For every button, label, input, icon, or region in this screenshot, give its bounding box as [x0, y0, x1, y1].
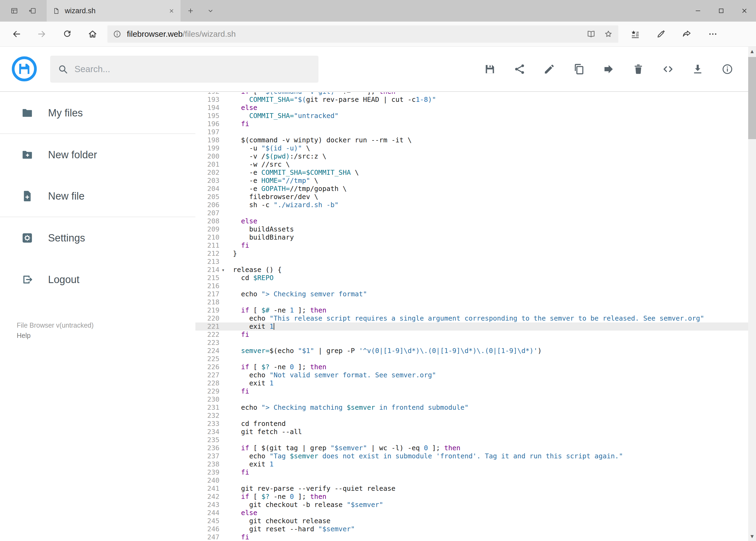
tab-preview-icon[interactable]	[10, 7, 18, 15]
code-line-231[interactable]: 231 echo "> Checking matching $semver in…	[195, 403, 748, 412]
code-line-193[interactable]: 193 COMMIT_SHA="$(git rev-parse HEAD | c…	[195, 96, 748, 104]
search-input[interactable]	[75, 64, 311, 74]
sidebar-item-new-folder[interactable]: New folder	[0, 134, 195, 176]
help-link[interactable]: Help	[17, 330, 94, 340]
sidebar-item-new-file[interactable]: New file	[0, 176, 195, 217]
filebrowser-logo-icon[interactable]	[11, 56, 37, 82]
code-line-239[interactable]: 239 fi	[195, 468, 748, 476]
copy-button[interactable]	[573, 63, 586, 76]
code-line-224[interactable]: 224 semver=$(echo "$1" | grep -P '^v(0|[…	[195, 347, 748, 355]
code-line-214[interactable]: 214▾release () {	[195, 266, 748, 274]
code-line-209[interactable]: 209 buildAssets	[195, 225, 748, 234]
code-line-244[interactable]: 244 else	[195, 509, 748, 517]
code-line-208[interactable]: 208 else	[195, 217, 748, 225]
hub-button[interactable]	[622, 24, 648, 44]
home-button[interactable]	[80, 24, 105, 44]
code-line-216[interactable]: 216	[195, 282, 748, 290]
code-line-240[interactable]: 240	[195, 476, 748, 485]
scrollbar-thumb[interactable]	[748, 57, 756, 139]
code-line-192[interactable]: 192 if [ "$(command -v git)" != "" ]; th…	[195, 92, 748, 96]
code-line-200[interactable]: 200 -v /$(pwd):/src:z \	[195, 152, 748, 161]
code-line-215[interactable]: 215 cd $REPO	[195, 274, 748, 282]
code-line-235[interactable]: 235	[195, 436, 748, 444]
reading-view-icon[interactable]	[587, 29, 596, 39]
code-editor[interactable]: 192 if [ "$(command -v git)" != "" ]; th…	[195, 92, 748, 541]
code-line-218[interactable]: 218	[195, 298, 748, 306]
code-line-205[interactable]: 205 filebrowser/dev \	[195, 193, 748, 201]
tab-list-button[interactable]	[200, 0, 220, 22]
set-tabs-aside-icon[interactable]	[28, 7, 36, 15]
code-line-243[interactable]: 243 git checkout -b release "$semver"	[195, 501, 748, 509]
more-button[interactable]	[700, 24, 726, 44]
code-line-223[interactable]: 223	[195, 339, 748, 347]
code-line-202[interactable]: 202 -e COMMIT_SHA=$COMMIT_SHA \	[195, 169, 748, 177]
code-line-246[interactable]: 246 git reset --hard "$semver"	[195, 525, 748, 533]
code-line-203[interactable]: 203 -e HOME="//tmp" \	[195, 177, 748, 185]
forward-button[interactable]	[29, 24, 55, 44]
code-line-196[interactable]: 196 fi	[195, 120, 748, 128]
code-line-212[interactable]: 212}	[195, 250, 748, 258]
minimize-button[interactable]	[686, 0, 710, 22]
rename-button[interactable]	[543, 63, 556, 76]
code-line-210[interactable]: 210 buildBinary	[195, 234, 748, 242]
code-line-238[interactable]: 238 exit 1	[195, 460, 748, 468]
sidebar-item-my-files[interactable]: My files	[0, 92, 195, 134]
fold-arrow-icon[interactable]: ▾	[219, 266, 233, 274]
code-line-204[interactable]: 204 -e GOPATH=//tmp/gopath \	[195, 185, 748, 193]
code-line-245[interactable]: 245 git checkout release	[195, 517, 748, 525]
code-line-247[interactable]: 247 fi	[195, 533, 748, 541]
code-line-221[interactable]: 221 exit 1	[195, 322, 748, 330]
code-line-220[interactable]: 220 echo "This release script requires a…	[195, 314, 748, 322]
code-line-219[interactable]: 219 if [ $# -ne 1 ]; then	[195, 306, 748, 314]
delete-button[interactable]	[632, 63, 645, 76]
sidebar-item-logout[interactable]: Logout	[0, 259, 195, 300]
browser-tab[interactable]: wizard.sh	[47, 0, 180, 22]
code-line-241[interactable]: 241 git rev-parse --verify --quiet relea…	[195, 485, 748, 493]
code-line-213[interactable]: 213	[195, 258, 748, 266]
code-line-225[interactable]: 225	[195, 355, 748, 363]
scroll-down-arrow-icon[interactable]: ▼	[748, 532, 756, 541]
code-line-197[interactable]: 197	[195, 128, 748, 136]
move-button[interactable]	[602, 63, 615, 76]
sidebar-item-settings[interactable]: Settings	[0, 217, 195, 259]
code-line-217[interactable]: 217 echo "> Checking semver format"	[195, 290, 748, 298]
share-button[interactable]	[674, 24, 700, 44]
code-line-230[interactable]: 230	[195, 395, 748, 403]
favorite-star-icon[interactable]	[604, 29, 613, 39]
tab-close-icon[interactable]	[168, 8, 175, 14]
code-line-237[interactable]: 237 echo "Tag $semver does not exist in …	[195, 452, 748, 460]
code-line-198[interactable]: 198 $(command -v winpty) docker run --rm…	[195, 136, 748, 144]
info-button[interactable]	[721, 63, 734, 76]
code-line-207[interactable]: 207	[195, 209, 748, 217]
source-button[interactable]	[661, 63, 674, 76]
site-info-icon[interactable]	[113, 30, 122, 38]
code-line-242[interactable]: 242 if [ $? -ne 0 ]; then	[195, 493, 748, 501]
share-button[interactable]	[513, 63, 526, 76]
code-line-206[interactable]: 206 sh -c "./wizard.sh -b"	[195, 201, 748, 209]
code-line-222[interactable]: 222 fi	[195, 330, 748, 339]
search-box[interactable]	[50, 56, 319, 83]
code-line-227[interactable]: 227 echo "Not valid semver format. See s…	[195, 371, 748, 379]
vertical-scrollbar[interactable]: ▲ ▼	[748, 47, 756, 541]
refresh-button[interactable]	[55, 24, 80, 44]
code-line-194[interactable]: 194 else	[195, 104, 748, 112]
maximize-button[interactable]	[710, 0, 733, 22]
code-line-233[interactable]: 233 cd frontend	[195, 420, 748, 428]
close-window-button[interactable]	[733, 0, 756, 22]
code-line-211[interactable]: 211 fi	[195, 242, 748, 250]
save-button[interactable]	[483, 63, 496, 76]
code-line-226[interactable]: 226 if [ $? -ne 0 ]; then	[195, 363, 748, 371]
web-note-button[interactable]	[648, 24, 674, 44]
scroll-up-arrow-icon[interactable]: ▲	[748, 47, 756, 56]
code-line-228[interactable]: 228 exit 1	[195, 379, 748, 387]
code-line-199[interactable]: 199 -u "$(id -u)" \	[195, 144, 748, 152]
code-line-234[interactable]: 234 git fetch --all	[195, 428, 748, 436]
back-button[interactable]	[4, 24, 29, 44]
code-line-229[interactable]: 229 fi	[195, 387, 748, 395]
code-line-195[interactable]: 195 COMMIT_SHA="untracked"	[195, 112, 748, 120]
code-line-236[interactable]: 236 if [ $(git tag | grep "$semver" | wc…	[195, 444, 748, 452]
code-line-201[interactable]: 201 -w //src \	[195, 161, 748, 169]
url-field[interactable]: filebrowser.web /files/wizard.sh	[108, 25, 619, 43]
download-button[interactable]	[691, 63, 704, 76]
code-line-232[interactable]: 232	[195, 412, 748, 420]
